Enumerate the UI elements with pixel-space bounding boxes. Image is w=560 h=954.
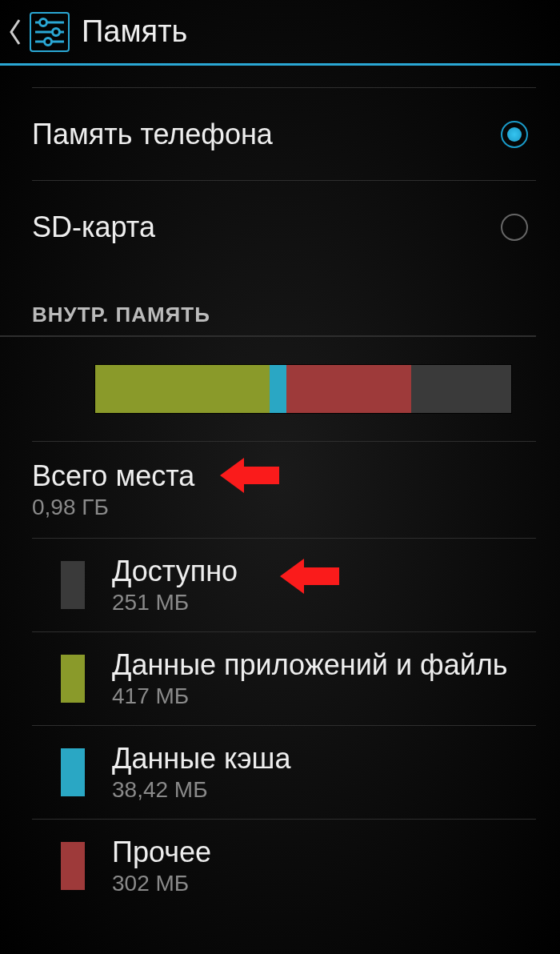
storage-item-available[interactable]: Доступно 251 МБ xyxy=(32,539,536,632)
color-swatch-apps xyxy=(61,655,85,703)
bar-segment-cache xyxy=(270,365,286,413)
svg-point-6 xyxy=(45,38,52,45)
settings-sliders-icon[interactable] xyxy=(27,10,72,54)
svg-point-2 xyxy=(40,18,47,26)
storage-item-cache[interactable]: Данные кэша 38,42 МБ xyxy=(32,726,536,820)
storage-bar-row xyxy=(32,337,536,442)
storage-item-apps[interactable]: Данные приложений и файль 417 МБ xyxy=(32,632,536,726)
item-value: 38,42 МБ xyxy=(112,777,291,803)
radio-label: SD-карта xyxy=(32,210,155,244)
back-chevron-icon[interactable] xyxy=(6,16,24,48)
bar-segment-other xyxy=(286,365,411,413)
partial-previous-row xyxy=(32,66,536,88)
color-swatch-other xyxy=(61,842,85,890)
section-header-internal: ВНУТР. ПАМЯТЬ xyxy=(0,274,536,337)
app-header: Память xyxy=(0,0,560,66)
storage-item-other[interactable]: Прочее 302 МБ xyxy=(32,820,536,912)
radio-indicator-checked[interactable] xyxy=(501,121,528,148)
content: Память телефона SD-карта ВНУТР. ПАМЯТЬ В… xyxy=(0,66,560,912)
item-label: Доступно xyxy=(112,555,238,588)
radio-label: Память телефона xyxy=(32,118,273,151)
bar-segment-free xyxy=(411,365,511,413)
total-space-label: Всего места xyxy=(32,459,504,493)
item-label: Прочее xyxy=(112,836,211,869)
item-value: 251 МБ xyxy=(112,590,238,615)
svg-point-4 xyxy=(53,28,60,35)
radio-row-sd-card[interactable]: SD-карта xyxy=(32,181,536,274)
item-label: Данные приложений и файль xyxy=(112,648,508,682)
total-space-value: 0,98 ГБ xyxy=(32,495,504,520)
item-value: 302 МБ xyxy=(112,871,211,896)
item-label: Данные кэша xyxy=(112,742,291,776)
radio-indicator-unchecked[interactable] xyxy=(501,214,528,241)
item-value: 417 МБ xyxy=(112,683,508,709)
bar-segment-apps xyxy=(95,365,270,413)
storage-usage-bar xyxy=(94,364,512,414)
color-swatch-free xyxy=(61,561,85,609)
color-swatch-cache xyxy=(61,748,85,796)
total-space-row[interactable]: Всего места 0,98 ГБ xyxy=(32,442,536,539)
radio-row-phone-memory[interactable]: Память телефона xyxy=(32,88,536,181)
page-title: Память xyxy=(82,14,187,49)
